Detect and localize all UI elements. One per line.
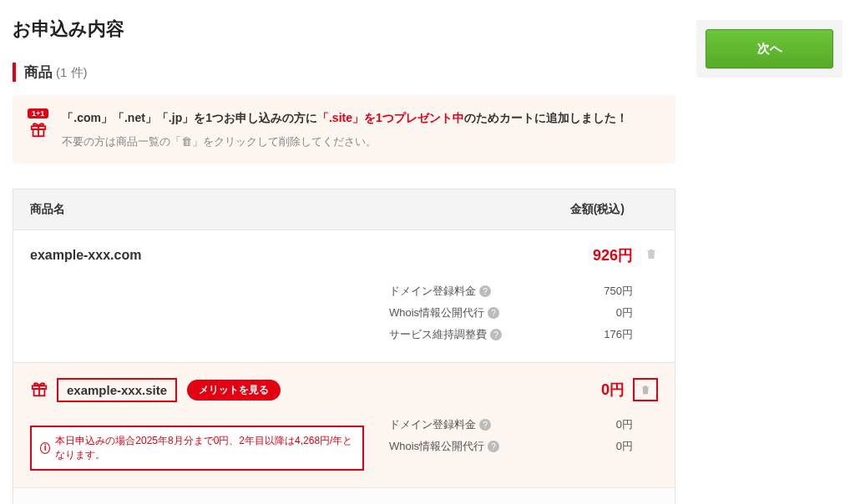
col-price-header: 金額(税込) [558, 202, 658, 217]
fee-label: ドメイン登録料金 [389, 285, 476, 297]
fee-amount: 0円 [549, 417, 633, 432]
delete-bonus-button[interactable] [633, 378, 658, 401]
fee-label: ドメイン登録料金 [389, 418, 476, 431]
promo-banner: 1+1 「.com」「.net」「.jp」を1つお申し込みの方に「.site」を… [13, 95, 675, 164]
promo-text-a: 「.com」「.net」「.jp」を1つお申し込みの方に [62, 111, 317, 124]
help-icon[interactable]: ? [490, 329, 502, 340]
promo-text-b: のためカートに追加しました！ [464, 111, 628, 124]
fee-label: Whois情報公開代行 [389, 440, 484, 452]
next-button[interactable]: 次へ [706, 29, 833, 68]
gift-icon [29, 120, 48, 141]
merit-button[interactable]: メリットを見る [187, 380, 281, 401]
products-table: 商品名 金額(税込) example-xxx.com 926円 ドメイン登録料金… [13, 189, 675, 504]
section-count: (1 件) [56, 65, 88, 81]
fee-amount: 0円 [549, 439, 633, 454]
summary-amount: 926円 [605, 500, 658, 504]
info-icon: i [40, 442, 50, 454]
item-total-price: 926円 [549, 245, 633, 265]
help-icon[interactable]: ? [479, 419, 491, 431]
page-title: お申込み内容 [13, 17, 675, 42]
fee-amount: 750円 [549, 284, 633, 299]
bonus-notice: i 本日申込みの場合2025年8月分まで0円、2年目以降は4,268円/年となり… [30, 426, 364, 471]
products-heading: 商品 (1 件) [13, 63, 675, 82]
fee-amount: 176円 [549, 327, 633, 342]
trash-icon [640, 384, 651, 396]
col-name-header: 商品名 [30, 202, 558, 217]
bonus-item-name: example-xxx.site [57, 378, 177, 402]
promo-subtext: 不要の方は商品一覧の「🗑」をクリックして削除してください。 [62, 134, 628, 150]
help-icon[interactable]: ? [488, 441, 499, 452]
fee-amount: 0円 [549, 305, 633, 320]
bonus-cart-item: example-xxx.site メリットを見る 0円 i 本日申込みの場合20… [13, 362, 675, 487]
bonus-notice-text: 本日申込みの場合2025年8月分まで0円、2年目以降は4,268円/年となります… [55, 434, 354, 462]
help-icon[interactable]: ? [488, 307, 499, 319]
item-name: example-xxx.com [30, 248, 549, 263]
cart-item: example-xxx.com 926円 ドメイン登録料金?750円 Whois… [13, 229, 675, 362]
help-icon[interactable]: ? [479, 285, 491, 297]
fee-label: Whois情報公開代行 [389, 306, 484, 319]
bonus-total-price: 0円 [566, 380, 625, 400]
section-label: 商品 [24, 63, 53, 82]
delete-item-button[interactable] [633, 247, 658, 264]
summary-row: 合計金額 (オプション含む) 926円 [13, 487, 675, 504]
promo-text-highlight: 「.site」を1つプレゼント中 [317, 111, 464, 124]
gift-icon [30, 380, 48, 401]
trash-icon [645, 247, 658, 260]
promo-badge: 1+1 [28, 108, 48, 118]
fee-label: サービス維持調整費 [389, 328, 487, 340]
